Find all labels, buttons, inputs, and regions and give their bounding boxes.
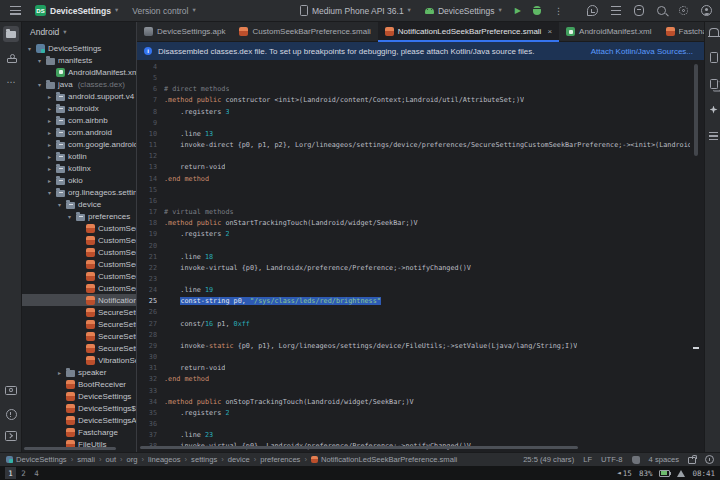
tree-item-customseekb[interactable]: CustomSeekB [22, 246, 136, 258]
chevron-right-icon[interactable]: ▸ [46, 117, 53, 124]
problems-tool-button[interactable] [3, 406, 19, 422]
code-line[interactable]: .line 13 [164, 129, 213, 140]
line-number[interactable]: 8 [137, 107, 164, 118]
code-line[interactable]: .method public onStopTrackingTouch(Landr… [164, 397, 414, 408]
tree-item-customseekb[interactable]: CustomSeekB [22, 258, 136, 270]
tree-item-speaker[interactable]: ▸speaker [22, 366, 136, 378]
chevron-down-icon[interactable]: ▾ [46, 189, 53, 196]
breadcrumb-item-lineageos[interactable]: lineageos [148, 455, 181, 464]
chevron-right-icon[interactable]: ▸ [46, 93, 53, 100]
readonly-toggle-icon[interactable] [688, 457, 696, 464]
running-devices-button[interactable] [708, 78, 719, 89]
file-type-icon[interactable] [632, 456, 640, 464]
line-number[interactable]: 5 [137, 73, 164, 84]
chevron-right-icon[interactable]: ▸ [46, 177, 53, 184]
line-number[interactable]: 22 [137, 263, 164, 274]
project-widget[interactable]: DS DeviceSettings ▾ [31, 3, 122, 18]
bug-report-icon[interactable] [634, 5, 644, 16]
breadcrumb-item-notificationledseekbarpreference-smali[interactable]: NotificationLedSeekBarPreference.smali [311, 455, 457, 464]
line-number[interactable]: 10 [137, 129, 164, 140]
search-everywhere-icon[interactable] [657, 6, 666, 15]
tree-item-okio[interactable]: ▸okio [22, 174, 136, 186]
run-button[interactable]: ▶ [515, 6, 521, 15]
tree-item-customseekb[interactable]: CustomSeekB [22, 282, 136, 294]
code-line[interactable]: const-string p0, "/sys/class/leds/red/br… [164, 296, 381, 307]
line-number[interactable]: 25 [137, 296, 164, 307]
close-icon[interactable]: × [547, 27, 552, 36]
line-number[interactable]: 24 [137, 285, 164, 296]
line-number[interactable]: 15 [137, 185, 164, 196]
translate-icon[interactable] [587, 5, 598, 16]
breadcrumb-item-devicesettings[interactable]: DeviceSettings [6, 455, 67, 464]
profile-icon[interactable] [701, 5, 712, 16]
debug-button[interactable] [533, 6, 541, 15]
tree-item-device[interactable]: ▾device [22, 198, 136, 210]
tab-devicesettings-apk[interactable]: DeviceSettings.apk [137, 22, 232, 41]
chevron-right-icon[interactable]: ▸ [46, 153, 53, 160]
tree-item-securesetting[interactable]: SecureSetting [22, 330, 136, 342]
chevron-right-icon[interactable]: ▸ [56, 369, 63, 376]
code-line[interactable]: .method public constructor <init>(Landro… [164, 95, 524, 106]
tree-item-customseekb[interactable]: CustomSeekB [22, 222, 136, 234]
breadcrumb-item-org[interactable]: org [127, 455, 138, 464]
chevron-down-icon[interactable]: ▾ [36, 81, 43, 88]
chevron-right-icon[interactable]: ▸ [46, 129, 53, 136]
chevron-right-icon[interactable]: ▸ [46, 165, 53, 172]
code-line[interactable]: invoke-static {p0, p1}, Lorg/lineageos/s… [164, 341, 577, 352]
line-number[interactable]: 4 [137, 62, 164, 73]
tree-item-vibrationseek[interactable]: VibrationSeek [22, 354, 136, 366]
chevron-down-icon[interactable]: ▾ [36, 57, 43, 64]
tree-item-securesetting[interactable]: SecureSetting [22, 306, 136, 318]
tree-item-devicesettings[interactable]: DeviceSettings [22, 390, 136, 402]
line-number[interactable]: 6 [137, 84, 164, 95]
workspace-4[interactable]: 4 [31, 467, 42, 479]
tree-item-notificationle[interactable]: NotificationLe [22, 294, 136, 306]
code-line[interactable]: return-void [164, 363, 225, 374]
code-line[interactable]: .registers 3 [164, 107, 229, 118]
line-number[interactable]: 27 [137, 319, 164, 330]
version-control-widget[interactable]: Version control ▾ [128, 4, 200, 18]
code-line[interactable]: invoke-direct {p0, p1, p2}, Lorg/lineage… [164, 140, 690, 151]
attach-sources-link[interactable]: Attach Kotlin/Java Sources... [591, 47, 697, 56]
main-menu-icon[interactable] [10, 6, 21, 15]
workspace-1[interactable]: 1 [5, 467, 16, 479]
tree-item-kotlin[interactable]: ▸kotlin [22, 150, 136, 162]
settings-icon[interactable] [679, 6, 688, 15]
tree-item-customseekb[interactable]: CustomSeekB [22, 234, 136, 246]
device-manager-button[interactable] [708, 52, 719, 63]
line-number[interactable]: 32 [137, 374, 164, 385]
line-number[interactable]: 26 [137, 307, 164, 318]
code-editor[interactable]: 456# direct methods7.method public const… [137, 60, 704, 452]
tab-notificationledseekbarpreference-smali[interactable]: NotificationLedSeekBarPreference.smali× [378, 22, 559, 41]
caret-position-widget[interactable]: 25:5 (49 chars) [523, 455, 574, 464]
code-line[interactable]: invoke-virtual {p0}, Landroidx/preferenc… [164, 263, 471, 274]
line-separator-widget[interactable]: LF [583, 455, 592, 464]
tree-item-preferences[interactable]: ▾preferences [22, 210, 136, 222]
indent-widget[interactable]: 4 spaces [649, 455, 679, 464]
vertical-scrollbar[interactable] [694, 64, 698, 156]
tab-customseekbarpreference-smali[interactable]: CustomSeekBarPreference.smali [232, 22, 377, 41]
line-number[interactable]: 13 [137, 162, 164, 173]
line-number[interactable]: 28 [137, 330, 164, 341]
code-line[interactable]: .end method [164, 174, 209, 185]
code-line[interactable]: # virtual methods [164, 207, 234, 218]
tree-item-devicesettings[interactable]: DeviceSettings$$ [22, 402, 136, 414]
tree-item-androidmanifest-xml[interactable]: AndroidManifest.xml [22, 66, 136, 78]
tree-item-androidx[interactable]: ▸androidx [22, 102, 136, 114]
code-line[interactable]: const/16 p1, 0xff [164, 319, 250, 330]
line-number[interactable]: 18 [137, 218, 164, 229]
line-number[interactable]: 33 [137, 386, 164, 397]
inspections-widget-icon[interactable] [705, 455, 714, 464]
device-selector[interactable]: Medium Phone API 36.1 ▾ [296, 3, 415, 18]
line-number[interactable]: 37 [137, 430, 164, 441]
line-number[interactable]: 20 [137, 241, 164, 252]
line-number[interactable]: 12 [137, 151, 164, 162]
line-number[interactable]: 14 [137, 174, 164, 185]
line-number[interactable]: 34 [137, 397, 164, 408]
structure-tool-button[interactable] [3, 50, 19, 66]
run-configuration[interactable]: DeviceSettings ▾ [421, 4, 506, 18]
tree-item-securesetting[interactable]: SecureSetting [22, 318, 136, 330]
workspace-2[interactable]: 2 [18, 467, 29, 479]
line-number[interactable]: 17 [137, 207, 164, 218]
chevron-down-icon[interactable]: ▾ [66, 213, 73, 220]
